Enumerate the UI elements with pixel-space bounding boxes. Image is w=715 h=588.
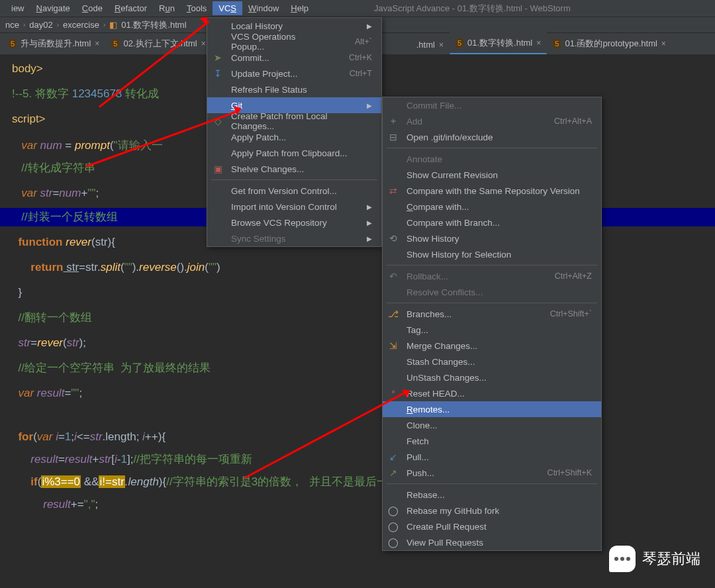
vcs-menu-item[interactable]: Import into Version Control▶ xyxy=(207,199,381,215)
chevron-right-icon: › xyxy=(103,21,105,28)
close-icon[interactable]: × xyxy=(661,39,666,48)
close-icon[interactable]: × xyxy=(95,39,99,48)
git-menu-item[interactable]: Show History for Selection xyxy=(383,246,601,262)
tab-label: .html xyxy=(416,40,435,50)
vcs-menu-item[interactable]: Get from Version Control... xyxy=(207,183,381,199)
editor-tab[interactable]: 501.函数的prototype.html× xyxy=(547,33,672,54)
menu-item-label: Local History xyxy=(231,21,360,31)
git-menu-item[interactable]: Show Current Revision xyxy=(383,167,601,183)
menu-navigate[interactable]: Navigate xyxy=(30,1,76,15)
menu-item-icon: ⊟ xyxy=(387,132,400,142)
git-menu-item[interactable]: Resolve Conflicts... xyxy=(383,284,601,300)
bc-seg[interactable]: 01.数字转换.html xyxy=(121,19,186,31)
vcs-menu-item[interactable]: Sync Settings▶ xyxy=(207,230,381,246)
menu-item-icon: ◯ xyxy=(387,505,400,516)
git-menu-item[interactable]: Commit File... xyxy=(383,97,601,113)
editor-tab[interactable]: 502.执行上下文.html× xyxy=(105,33,211,54)
menu-item-icon: ⟲ xyxy=(387,233,400,244)
git-menu-item[interactable]: ◯Create Pull Request xyxy=(383,518,601,534)
vcs-menu-item[interactable]: ↧Update Project...Ctrl+T xyxy=(207,66,381,81)
vcs-menu-item[interactable]: ➤Commit...Ctrl+K xyxy=(207,50,381,66)
git-menu-item[interactable]: *Reset HEAD... xyxy=(383,385,601,401)
git-menu-item[interactable]: Rebase... xyxy=(383,487,601,503)
menu-item-label: Merge Changes... xyxy=(406,341,592,351)
git-menu-item[interactable]: ⎇Branches...Ctrl+Shift+` xyxy=(383,306,601,322)
menu-item-icon: ◯ xyxy=(387,537,400,548)
menu-item-icon: ▣ xyxy=(211,164,224,174)
git-menu-item[interactable]: ↙Pull... xyxy=(383,449,601,465)
menu-run[interactable]: Run xyxy=(153,1,181,15)
git-menu-item[interactable]: Fetch xyxy=(383,433,601,449)
vcs-menu-item[interactable]: Refresh File Status xyxy=(207,81,381,97)
git-menu-item[interactable]: Clone... xyxy=(383,417,601,433)
menu-window[interactable]: Window xyxy=(242,1,285,15)
vcs-menu-item[interactable]: ▣Shelve Changes... xyxy=(207,161,381,177)
menu-item-icon: ⇄ xyxy=(387,185,400,196)
menu-item-label: Clone... xyxy=(406,420,592,430)
menu-item-label: Create Patch from Local Changes... xyxy=(231,111,372,131)
menu-item-icon: ◇ xyxy=(211,116,224,126)
menu-separator xyxy=(387,148,597,148)
menu-separator xyxy=(387,265,597,266)
vcs-menu-item[interactable]: VCS Operations Popup...Alt+` xyxy=(207,34,381,50)
menu-item-label: Remotes... xyxy=(406,405,592,415)
git-menu-item[interactable]: ＋AddCtrl+Alt+A xyxy=(383,113,601,129)
git-menu-item[interactable]: ◯Rebase my GitHub fork xyxy=(383,503,601,518)
menu-item-icon: ↶ xyxy=(387,271,400,281)
menu-item-label: Apply Patch... xyxy=(231,132,372,142)
editor-tab[interactable]: 501.数字转换.html× xyxy=(450,32,547,54)
git-menu-item[interactable]: ⊟Open .git/info/exclude xyxy=(383,129,601,145)
git-menu-item[interactable]: Annotate xyxy=(383,151,601,167)
html-file-icon: 5 xyxy=(9,39,17,48)
bc-seg[interactable]: excercise xyxy=(63,20,99,30)
close-icon[interactable]: × xyxy=(201,39,206,48)
menu-refactor[interactable]: Refactor xyxy=(109,1,153,15)
close-icon[interactable]: × xyxy=(439,40,444,50)
menu-item-label: Add xyxy=(406,117,529,126)
git-menu-item[interactable]: ↗Push...Ctrl+Shift+K xyxy=(383,465,601,481)
menu-code[interactable]: Code xyxy=(76,1,109,15)
close-icon[interactable]: × xyxy=(536,38,541,48)
menu-item-label: Apply Patch from Clipboard... xyxy=(231,148,372,158)
git-menu-item[interactable]: ⇄Compare with the Same Repository Versio… xyxy=(383,183,601,199)
chevron-right-icon: › xyxy=(57,21,59,28)
tab-label: 01.数字转换.html xyxy=(467,37,532,49)
tab-label: 升与函数提升.html xyxy=(21,38,91,50)
menu-accelerator: Ctrl+Shift+` xyxy=(550,309,592,318)
menu-item-icon: ⇲ xyxy=(387,340,400,351)
git-menu-item[interactable]: ⟲Show History xyxy=(383,230,601,246)
menu-item-label: Compare with the Same Repository Version xyxy=(406,186,592,196)
menu-help[interactable]: Help xyxy=(285,1,314,15)
menu-vcs[interactable]: VCS xyxy=(213,1,242,15)
menu-item-label: Push... xyxy=(406,468,522,478)
git-menu-item[interactable]: Compare with... xyxy=(383,199,601,215)
git-menu-item[interactable]: ⇲Merge Changes... xyxy=(383,338,601,354)
menu-item-label: Get from Version Control... xyxy=(231,186,372,196)
menu-view[interactable]: iew xyxy=(5,1,30,15)
git-menu-item[interactable]: UnStash Changes... xyxy=(383,369,601,385)
menu-item-label: View Pull Requests xyxy=(406,538,592,548)
bc-seg[interactable]: nce xyxy=(5,20,19,30)
menu-item-icon: ↧ xyxy=(211,68,224,79)
git-menu-item[interactable]: Stash Changes... xyxy=(383,354,601,369)
menu-separator xyxy=(211,179,377,180)
git-menu-item[interactable]: Remotes... xyxy=(383,401,601,417)
html-file-icon: 5 xyxy=(455,38,463,48)
vcs-menu-item[interactable]: ◇Create Patch from Local Changes... xyxy=(207,113,381,129)
git-menu-item[interactable]: Tag... xyxy=(383,322,601,338)
menu-tools[interactable]: Tools xyxy=(181,1,213,15)
git-submenu: Commit File...＋AddCtrl+Alt+A⊟Open .git/i… xyxy=(382,97,602,551)
editor-tab[interactable]: .html× xyxy=(410,35,450,54)
vcs-menu-item[interactable]: Apply Patch from Clipboard... xyxy=(207,145,381,161)
git-menu-item[interactable]: Compare with Branch... xyxy=(383,215,601,230)
menu-accelerator: Ctrl+K xyxy=(349,53,372,62)
git-menu-item[interactable]: ↶Rollback...Ctrl+Alt+Z xyxy=(383,268,601,284)
menu-item-icon: * xyxy=(387,388,400,399)
editor-tab[interactable]: 5升与函数提升.html× xyxy=(3,33,105,54)
bc-seg[interactable]: day02 xyxy=(29,20,52,30)
menu-item-label: Browse VCS Repository xyxy=(231,218,360,228)
vcs-menu-item[interactable]: Apply Patch... xyxy=(207,129,381,145)
menu-separator xyxy=(387,483,597,484)
vcs-menu-item[interactable]: Browse VCS Repository▶ xyxy=(207,215,381,230)
git-menu-item[interactable]: ◯View Pull Requests xyxy=(383,534,601,550)
